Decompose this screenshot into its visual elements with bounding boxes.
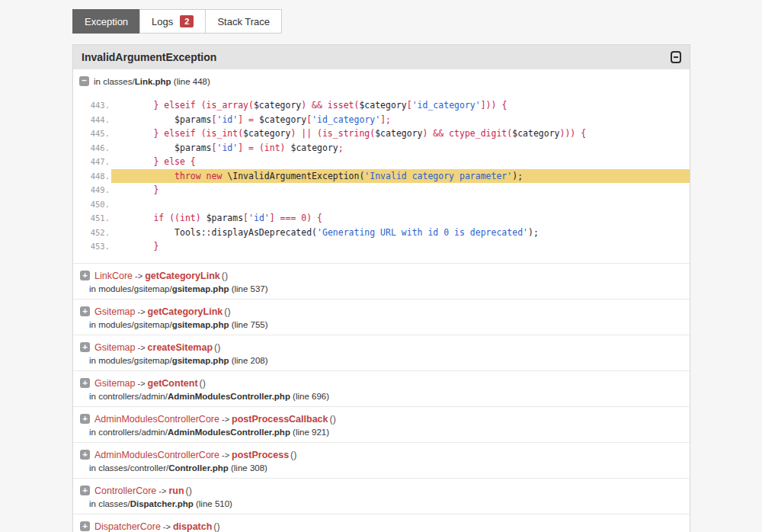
expand-icon[interactable]: +	[80, 378, 90, 388]
stack-call-row: +ControllerCore->run()	[80, 485, 680, 497]
stack-entry[interactable]: +ControllerCore->run()in classes/Dispatc…	[73, 478, 690, 514]
stack-entry[interactable]: +Gsitemap->createSitemap()in modules/gsi…	[73, 335, 690, 370]
code-text: $params['id'] = (int) $category;	[111, 141, 690, 155]
code-line: 443. } elseif (is_array($category) && is…	[73, 98, 690, 113]
stack-call-row: +DispatcherCore->dispatch()	[80, 521, 680, 532]
class-name: Gsitemap	[94, 342, 136, 353]
stack-call-row: +Gsitemap->getContent()	[80, 377, 680, 389]
expand-icon[interactable]: +	[80, 486, 90, 495]
stack-entry[interactable]: +AdminModulesControllerCore->postProcess…	[73, 406, 690, 442]
tab-logs[interactable]: Logs 2	[139, 9, 206, 34]
line-number: 446.	[73, 141, 110, 155]
stack-file-name: AdminModulesController.php	[168, 392, 290, 401]
code-line: 449. }	[73, 183, 690, 197]
logs-count-badge: 2	[180, 15, 194, 27]
line-number: 443.	[73, 98, 110, 113]
arrow-operator: ->	[138, 343, 146, 352]
method-name: postProcessCallback	[232, 414, 328, 425]
stack-entry[interactable]: +Gsitemap->getCategoryLink()in modules/g…	[73, 299, 690, 335]
code-text: if ((int) $params['id'] === 0) {	[111, 211, 690, 226]
stack-call: Gsitemap->getContent()	[94, 378, 206, 389]
arrow-operator: ->	[158, 486, 166, 495]
arrow-operator: ->	[138, 307, 146, 316]
stack-file-name: gsitemap.php	[172, 284, 229, 293]
code-line: 444. $params['id'] = $category['id_categ…	[73, 113, 690, 127]
stack-call: Gsitemap->getCategoryLink()	[94, 306, 231, 317]
class-name: Gsitemap	[94, 306, 136, 317]
stack-location: in controllers/admin/AdminModulesControl…	[89, 392, 680, 402]
stack-file-name: AdminModulesController.php	[168, 428, 290, 437]
arrow-operator: ->	[222, 450, 229, 460]
expand-icon[interactable]: +	[80, 342, 90, 352]
method-name: createSitemap	[148, 342, 213, 353]
stack-location: in modules/gsitemap/gsitemap.php (line 2…	[89, 356, 680, 366]
stack-call-row: +Gsitemap->createSitemap()	[80, 341, 680, 354]
code-line: 447. } else {	[73, 155, 690, 169]
arrow-operator: ->	[135, 271, 142, 280]
code-line: 451. if ((int) $params['id'] === 0) {	[73, 211, 690, 226]
line-number: 451.	[73, 211, 110, 226]
method-name: postProcess	[232, 450, 289, 460]
line-number: 453.	[73, 239, 110, 254]
method-parens: ()	[222, 271, 228, 281]
stack-file-name: gsitemap.php	[172, 356, 229, 365]
method-parens: ()	[330, 414, 336, 425]
debug-page: Exception Logs 2 Stack Trace InvalidArgu…	[0, 0, 690, 532]
exception-title: InvalidArgumentException	[82, 51, 216, 63]
code-text: } else {	[111, 155, 690, 169]
stack-entry[interactable]: +LinkCore->getCategoryLink()in modules/g…	[73, 263, 690, 299]
method-parens: ()	[200, 378, 206, 389]
stack-call: Gsitemap->createSitemap()	[94, 342, 220, 353]
code-text-highlighted: throw new \InvalidArgumentException('Inv…	[111, 169, 690, 184]
stack-call-row: +AdminModulesControllerCore->postProcess…	[80, 449, 680, 461]
tab-bar: Exception Logs 2 Stack Trace	[72, 9, 690, 34]
method-parens: ()	[224, 306, 230, 317]
tab-stack-trace[interactable]: Stack Trace	[205, 9, 282, 34]
stack-entry[interactable]: +DispatcherCore->dispatch()in admin187eh…	[73, 514, 690, 532]
class-name: DispatcherCore	[94, 521, 161, 532]
stack-location: in controllers/admin/AdminModulesControl…	[89, 428, 680, 437]
exception-panel: InvalidArgumentException − in classes/Li…	[72, 44, 690, 532]
expand-icon[interactable]: +	[80, 450, 90, 460]
method-name: getCategoryLink	[148, 306, 223, 317]
code-block: 443. } elseif (is_array($category) && is…	[73, 89, 690, 263]
code-text: Tools::displayAsDeprecated('Generating U…	[111, 226, 690, 240]
expand-icon[interactable]: +	[80, 306, 90, 316]
stack-call-row: +Gsitemap->getCategoryLink()	[80, 306, 680, 318]
stack-call: LinkCore->getCategoryLink()	[94, 271, 228, 281]
stack-entry[interactable]: +AdminModulesControllerCore->postProcess…	[73, 442, 690, 478]
stack-call-row: +AdminModulesControllerCore->postProcess…	[80, 413, 680, 425]
stack-call: DispatcherCore->dispatch()	[94, 521, 220, 532]
stack-file-name: Dispatcher.php	[130, 499, 194, 508]
line-number: 450.	[73, 197, 110, 212]
arrow-operator: ->	[138, 379, 146, 388]
class-name: Gsitemap	[94, 378, 136, 389]
exception-file-row: − in classes/Link.php (line 448)	[73, 69, 690, 89]
code-text: } elseif (is_array($category) && isset($…	[111, 98, 690, 113]
code-line: 452. Tools::displayAsDeprecated('Generat…	[73, 226, 690, 240]
arrow-operator: ->	[163, 522, 171, 531]
collapse-panel-icon[interactable]	[671, 51, 681, 63]
expand-icon[interactable]: +	[80, 521, 90, 531]
class-name: AdminModulesControllerCore	[94, 450, 219, 460]
line-number: 445.	[73, 127, 110, 141]
code-line: 445. } elseif (is_int($category) || (is_…	[73, 127, 690, 141]
line-number: 444.	[73, 113, 110, 127]
expand-icon[interactable]: +	[80, 271, 90, 280]
exception-panel-header: InvalidArgumentException	[73, 45, 690, 69]
collapse-code-icon[interactable]: −	[79, 76, 89, 86]
method-parens: ()	[213, 521, 219, 532]
file-name: Link.php	[135, 77, 171, 86]
stack-location: in modules/gsitemap/gsitemap.php (line 7…	[89, 320, 680, 330]
code-text: }	[111, 239, 690, 254]
code-line: 450.	[73, 197, 690, 212]
expand-icon[interactable]: +	[80, 414, 90, 424]
stack-entry[interactable]: +Gsitemap->getContent()in controllers/ad…	[73, 370, 690, 406]
stack-file-name: gsitemap.php	[172, 320, 229, 329]
method-parens: ()	[186, 486, 192, 496]
method-name: getContent	[148, 378, 198, 389]
line-number: 448.	[73, 169, 110, 184]
code-text: }	[111, 183, 690, 197]
stack-trace-list: +LinkCore->getCategoryLink()in modules/g…	[73, 263, 690, 532]
tab-exception[interactable]: Exception	[72, 9, 140, 34]
